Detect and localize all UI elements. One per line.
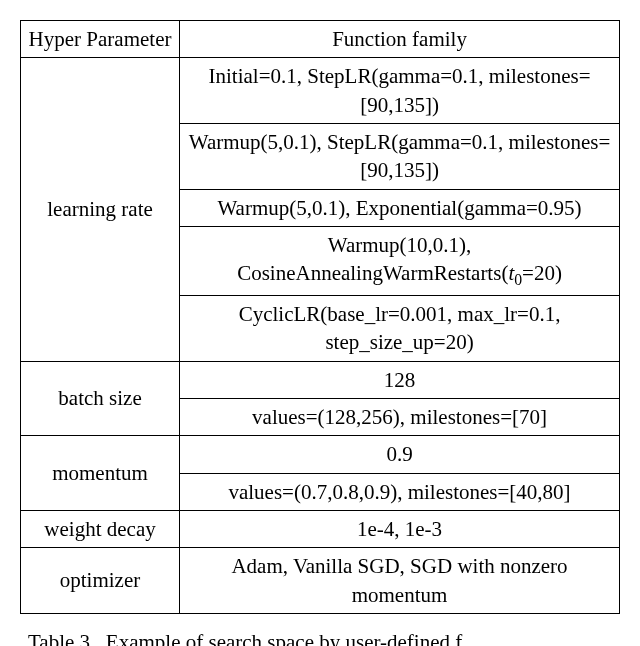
table-row: optimizer Adam, Vanilla SGD, SGD with no…: [21, 548, 620, 614]
cell-value: Adam, Vanilla SGD, SGD with nonzero mome…: [180, 548, 620, 614]
table-row: learning rate Initial=0.1, StepLR(gamma=…: [21, 58, 620, 124]
cell-value: 1e-4, 1e-3: [180, 510, 620, 547]
param-weight-decay: weight decay: [21, 510, 180, 547]
cell-value: Warmup(10,0.1), CosineAnnealingWarmResta…: [180, 227, 620, 296]
cell-value: 128: [180, 361, 620, 398]
hyperparameter-table: Hyper Parameter Function family learning…: [20, 20, 620, 614]
cell-value: values=(0.7,0.8,0.9), milestones=[40,80]: [180, 473, 620, 510]
table-row: weight decay 1e-4, 1e-3: [21, 510, 620, 547]
cell-value: Warmup(5,0.1), Exponential(gamma=0.95): [180, 189, 620, 226]
table-caption: Table 3. Example of search space by user…: [20, 628, 620, 646]
cell-value: Initial=0.1, StepLR(gamma=0.1, milestone…: [180, 58, 620, 124]
table-row: batch size 128: [21, 361, 620, 398]
header-func: Function family: [180, 21, 620, 58]
table-row: momentum 0.9: [21, 436, 620, 473]
param-batch-size: batch size: [21, 361, 180, 436]
header-param: Hyper Parameter: [21, 21, 180, 58]
param-optimizer: optimizer: [21, 548, 180, 614]
param-momentum: momentum: [21, 436, 180, 511]
cell-value: values=(128,256), milestones=[70]: [180, 398, 620, 435]
cell-value: CyclicLR(base_lr=0.001, max_lr=0.1, step…: [180, 295, 620, 361]
cell-value: 0.9: [180, 436, 620, 473]
table-header-row: Hyper Parameter Function family: [21, 21, 620, 58]
caption-text: Example of search space by user-defined …: [106, 630, 478, 646]
cell-value: Warmup(5,0.1), StepLR(gamma=0.1, milesto…: [180, 124, 620, 190]
caption-prefix: Table 3.: [28, 630, 95, 646]
param-learning-rate: learning rate: [21, 58, 180, 361]
